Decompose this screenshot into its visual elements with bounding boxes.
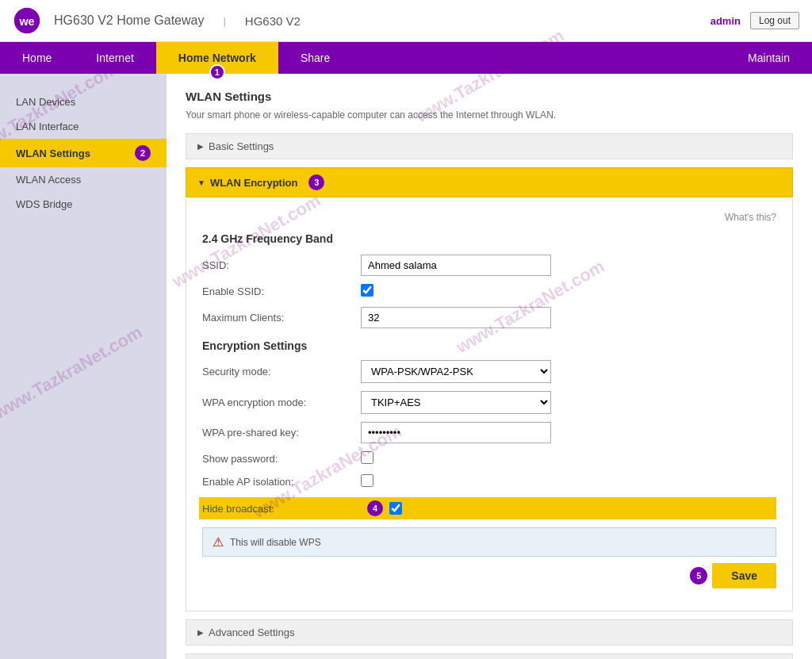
show-password-label: Show password: xyxy=(202,453,361,465)
max-clients-input-wrapper xyxy=(361,307,551,328)
sidebar: LAN Devices LAN Interface WLAN Settings … xyxy=(0,74,167,659)
wpa-enc-row: WPA encryption mode: TKIP+AES TKIP AES xyxy=(202,391,776,414)
main-nav: Home Internet Home Network 1 Share Maint… xyxy=(0,42,812,74)
preshared-row: WPA pre-shared key: xyxy=(202,422,776,443)
advanced-settings-header[interactable]: ▶ Advanced Settings xyxy=(186,619,793,646)
svg-text:we: we xyxy=(18,15,34,28)
save-row: 5 Save xyxy=(202,563,776,588)
security-mode-select-wrapper: WPA-PSK/WPA2-PSK WPA-PSK WPA2-PSK WEP No… xyxy=(361,360,551,383)
header: we HG630 V2 Home Gateway | HG630 V2 admi… xyxy=(0,0,812,42)
show-password-row: Show password: xyxy=(202,451,776,466)
header-divider: | xyxy=(223,15,225,27)
wpa-enc-select-wrapper: TKIP+AES TKIP AES xyxy=(361,391,551,414)
hide-broadcast-row: Hide broadcast: 4 xyxy=(199,497,776,519)
what-this-link[interactable]: What's this? xyxy=(202,212,776,223)
advanced-settings-arrow: ▶ xyxy=(197,628,204,637)
nav-home-label: Home xyxy=(22,52,52,64)
preshared-label: WPA pre-shared key: xyxy=(202,427,361,439)
header-left: we HG630 V2 Home Gateway | HG630 V2 xyxy=(13,6,301,35)
wlan-encryption-label: WLAN Encryption xyxy=(210,177,298,189)
hide-broadcast-label: Hide broadcast: xyxy=(202,503,361,515)
nav-item-share[interactable]: Share xyxy=(278,42,352,74)
ssid-row: SSID: xyxy=(202,255,776,276)
main-content: WLAN Settings Your smart phone or wirele… xyxy=(167,74,812,659)
max-clients-label: Maximum Clients: xyxy=(202,312,361,324)
nav-item-home-network[interactable]: Home Network 1 xyxy=(156,42,278,74)
hide-broadcast-input-wrapper: 4 xyxy=(361,500,551,516)
sidebar-item-wlan-settings[interactable]: WLAN Settings 2 xyxy=(0,139,167,167)
gateway-title: HG630 V2 Home Gateway xyxy=(54,13,204,28)
enable-ssid-row: Enable SSID: xyxy=(202,284,776,299)
admin-label: admin xyxy=(710,15,741,27)
max-clients-input[interactable] xyxy=(361,307,551,328)
ssid-input[interactable] xyxy=(361,255,551,276)
ssid-input-wrapper xyxy=(361,255,551,276)
basic-settings-arrow: ▶ xyxy=(197,142,204,151)
ap-isolation-label: Enable AP isolation: xyxy=(202,476,361,488)
nav-item-internet[interactable]: Internet xyxy=(74,42,155,74)
header-right: admin Log out xyxy=(710,12,799,29)
ap-isolation-checkbox[interactable] xyxy=(361,474,373,487)
header-model: HG630 V2 xyxy=(245,14,301,28)
sidebar-item-wlan-access[interactable]: WLAN Access xyxy=(0,167,167,192)
enable-ssid-label: Enable SSID: xyxy=(202,285,361,297)
preshared-input-wrapper xyxy=(361,422,551,443)
wpa-enc-label: WPA encryption mode: xyxy=(202,397,361,408)
warning-icon: ⚠ xyxy=(213,534,224,550)
nav-home-network-label: Home Network xyxy=(178,52,256,64)
warning-message: ⚠ This will disable WPS xyxy=(202,527,776,557)
show-password-input-wrapper xyxy=(361,451,551,466)
logout-button[interactable]: Log out xyxy=(750,12,799,29)
freq-band-title: 2.4 GHz Frequency Band xyxy=(202,232,776,245)
wpa-enc-select[interactable]: TKIP+AES TKIP AES xyxy=(361,391,551,414)
basic-settings-header[interactable]: ▶ Basic Settings xyxy=(186,133,793,159)
enc-settings-title: Encryption Settings xyxy=(202,339,776,352)
advanced-settings-label: Advanced Settings xyxy=(209,626,294,638)
sidebar-item-lan-interface[interactable]: LAN Interface xyxy=(0,114,167,139)
nav-item-maintain[interactable]: Maintain xyxy=(726,42,812,74)
wlan-encryption-arrow: ▼ xyxy=(197,178,205,187)
hide-broadcast-number: 4 xyxy=(367,500,383,516)
sidebar-active-number: 2 xyxy=(135,145,151,161)
main-layout: LAN Devices LAN Interface WLAN Settings … xyxy=(0,74,812,659)
show-password-checkbox[interactable] xyxy=(361,451,373,464)
nav-active-number: 1 xyxy=(209,64,225,80)
page-description: Your smart phone or wireless-capable com… xyxy=(186,109,793,121)
security-mode-label: Security mode: xyxy=(202,366,361,377)
security-mode-row: Security mode: WPA-PSK/WPA2-PSK WPA-PSK … xyxy=(202,360,776,383)
other-ssid-header[interactable]: ▶ Other SSID Settings xyxy=(186,653,793,659)
sidebar-item-lan-devices[interactable]: LAN Devices xyxy=(0,90,167,114)
nav-item-home[interactable]: Home xyxy=(0,42,74,74)
we-logo: we xyxy=(13,6,41,35)
enable-ssid-input-wrapper xyxy=(361,284,551,299)
ssid-label: SSID: xyxy=(202,259,361,271)
warning-text: This will disable WPS xyxy=(230,537,321,548)
preshared-input[interactable] xyxy=(361,422,551,443)
nav-internet-label: Internet xyxy=(96,52,133,64)
max-clients-row: Maximum Clients: xyxy=(202,307,776,328)
hide-broadcast-checkbox[interactable] xyxy=(389,502,402,515)
encryption-number: 3 xyxy=(308,174,324,190)
sidebar-item-wds-bridge[interactable]: WDS Bridge xyxy=(0,192,167,216)
ap-isolation-row: Enable AP isolation: xyxy=(202,474,776,489)
wlan-encryption-header[interactable]: ▼ WLAN Encryption 3 xyxy=(186,167,793,197)
logo: we xyxy=(13,6,41,35)
enable-ssid-checkbox[interactable] xyxy=(361,284,373,297)
ap-isolation-input-wrapper xyxy=(361,474,551,489)
nav-maintain-label: Maintain xyxy=(748,52,790,64)
security-mode-select[interactable]: WPA-PSK/WPA2-PSK WPA-PSK WPA2-PSK WEP No… xyxy=(361,360,551,383)
basic-settings-label: Basic Settings xyxy=(209,140,274,152)
page-title: WLAN Settings xyxy=(186,90,793,103)
nav-share-label: Share xyxy=(301,52,330,64)
encryption-content: What's this? 2.4 GHz Frequency Band SSID… xyxy=(186,199,793,611)
save-number: 5 xyxy=(690,567,707,584)
save-button[interactable]: Save xyxy=(712,563,776,588)
